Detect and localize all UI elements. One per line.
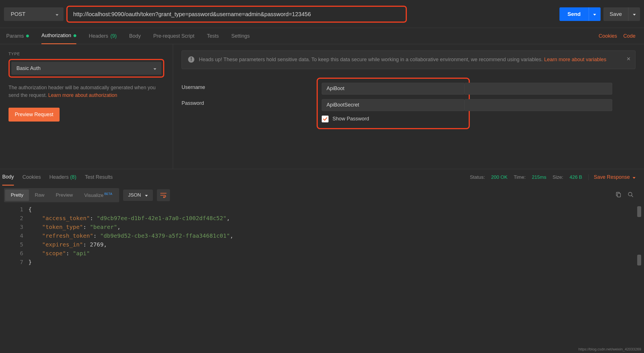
auth-type-value: Basic Auth: [16, 65, 41, 71]
code-column: { "access_token": "d9cb97ee-d1bf-42e1-a7…: [28, 205, 644, 267]
copy-icon[interactable]: [615, 192, 621, 199]
response-tab-headers-count: (8): [70, 174, 76, 180]
close-icon[interactable]: ✕: [626, 55, 631, 63]
request-bar: POST Send Save: [0, 0, 644, 28]
method-select[interactable]: POST: [4, 7, 64, 21]
tab-prerequest[interactable]: Pre-request Script: [153, 28, 194, 44]
tab-params[interactable]: Params: [6, 28, 29, 44]
send-button[interactable]: Send: [559, 7, 588, 21]
time-value: 215ms: [532, 175, 546, 180]
scrollbar-thumb[interactable]: [637, 255, 641, 265]
request-tab-row: Params Authorization Headers (9) Body Pr…: [0, 28, 644, 44]
show-password-row: Show Password: [322, 116, 465, 122]
headsup-banner: ! Heads up! These parameters hold sensit…: [182, 50, 635, 69]
password-label: Password: [182, 100, 204, 106]
viewer-mode-preview[interactable]: Preview: [50, 190, 78, 201]
auth-area: TYPE Basic Auth The authorization header…: [0, 44, 644, 169]
response-tab-row: Body Cookies Headers (8) Test Results St…: [0, 169, 644, 185]
wrap-icon: [160, 192, 167, 198]
time-label: Time:: [514, 175, 526, 180]
response-tab-body[interactable]: Body: [2, 169, 14, 186]
response-meta: Status: 200 OK Time: 215ms Size: 426 B S…: [470, 174, 642, 180]
tab-settings-label: Settings: [231, 33, 250, 39]
size-label: Size:: [553, 175, 563, 180]
username-input[interactable]: [322, 83, 465, 95]
language-select[interactable]: JSON: [123, 190, 153, 201]
tab-tests[interactable]: Tests: [207, 28, 219, 44]
tab-headers[interactable]: Headers (9): [89, 28, 117, 44]
viewer-right-tools: [615, 192, 640, 199]
url-surface-remainder: [410, 7, 557, 21]
show-password-checkbox[interactable]: [322, 116, 329, 122]
code-link[interactable]: Code: [623, 33, 635, 39]
method-select-value: POST: [11, 11, 26, 17]
auth-type-select[interactable]: Basic Auth: [11, 62, 161, 75]
viewer-mode-visualize-label: Visualize: [84, 193, 104, 198]
send-button-group: Send: [559, 7, 600, 21]
auth-helper-text: The authorization header will be automat…: [9, 84, 164, 99]
viewer-mode-raw[interactable]: Raw: [29, 190, 50, 201]
preview-request-button[interactable]: Preview Request: [9, 108, 60, 122]
save-response-button[interactable]: Save Response: [588, 174, 635, 180]
auth-left-panel: TYPE Basic Auth The authorization header…: [0, 44, 173, 169]
status-label: Status:: [470, 175, 485, 180]
password-row: [322, 99, 465, 111]
response-tab-test-results-label: Test Results: [85, 174, 113, 180]
credentials-highlight-box: Show Password: [317, 78, 470, 129]
password-input[interactable]: [322, 99, 465, 111]
chevron-down-icon: [153, 65, 156, 71]
response-tab-headers[interactable]: Headers (8): [49, 169, 76, 186]
status-dot-icon: [26, 35, 29, 37]
scrollbar-thumb[interactable]: [637, 206, 641, 217]
search-icon[interactable]: [628, 192, 634, 199]
show-password-label: Show Password: [332, 116, 369, 122]
svg-line-3: [632, 195, 633, 197]
auth-type-label: TYPE: [9, 52, 164, 56]
url-highlight-box: [66, 6, 407, 23]
chevron-down-icon: [593, 12, 596, 16]
response-tab-cookies-label: Cookies: [22, 174, 41, 180]
tab-authorization-label: Authorization: [41, 33, 71, 39]
svg-rect-1: [617, 193, 620, 197]
auth-right-panel: ! Heads up! These parameters hold sensit…: [173, 44, 644, 169]
chevron-down-icon: [56, 11, 58, 17]
headsup-text: Heads up! These parameters hold sensitiv…: [199, 57, 544, 62]
svg-point-2: [628, 192, 632, 196]
save-response-label: Save Response: [594, 174, 630, 180]
username-field-extension[interactable]: [465, 83, 612, 95]
tab-settings[interactable]: Settings: [231, 28, 250, 44]
learn-more-variables-link[interactable]: Learn more about variables: [544, 57, 606, 62]
language-select-value: JSON: [128, 192, 141, 198]
tab-body[interactable]: Body: [129, 28, 141, 44]
url-input[interactable]: [68, 7, 405, 21]
save-button[interactable]: Save: [603, 7, 628, 21]
learn-more-auth-link[interactable]: Learn more about authorization: [48, 92, 117, 98]
wrap-toggle-button[interactable]: [157, 189, 170, 201]
viewer-mode-visualize[interactable]: VisualizeBETA: [79, 189, 118, 201]
headsup-text-wrap: Heads up! These parameters hold sensitiv…: [199, 56, 606, 64]
response-tab-cookies[interactable]: Cookies: [22, 169, 41, 186]
tab-prerequest-label: Pre-request Script: [153, 33, 194, 39]
tab-tests-label: Tests: [207, 33, 219, 39]
response-tab-headers-label: Headers: [49, 174, 69, 180]
viewer-mode-pretty[interactable]: Pretty: [5, 190, 29, 201]
size-value: 426 B: [569, 175, 582, 180]
tab-headers-label: Headers: [89, 33, 108, 39]
response-tab-body-label: Body: [2, 174, 14, 180]
cookies-link[interactable]: Cookies: [599, 33, 617, 39]
save-button-group: Save: [603, 7, 640, 21]
response-body-viewer[interactable]: 1234567 { "access_token": "d9cb97ee-d1bf…: [0, 205, 644, 278]
header-right-links: Cookies Code: [599, 33, 642, 39]
chevron-down-icon: [633, 12, 636, 16]
app-root: POST Send Save Params Authorization Head…: [0, 0, 644, 278]
save-options-button[interactable]: [628, 7, 640, 21]
send-options-button[interactable]: [589, 7, 601, 21]
check-icon: [323, 116, 328, 122]
tab-authorization[interactable]: Authorization: [41, 28, 76, 44]
chevron-down-icon: [145, 192, 148, 198]
chevron-down-icon: [633, 174, 635, 180]
status-dot-icon: [73, 34, 76, 37]
password-field-extension[interactable]: [465, 99, 612, 111]
response-tab-test-results[interactable]: Test Results: [85, 169, 113, 186]
username-label: Username: [182, 84, 205, 90]
